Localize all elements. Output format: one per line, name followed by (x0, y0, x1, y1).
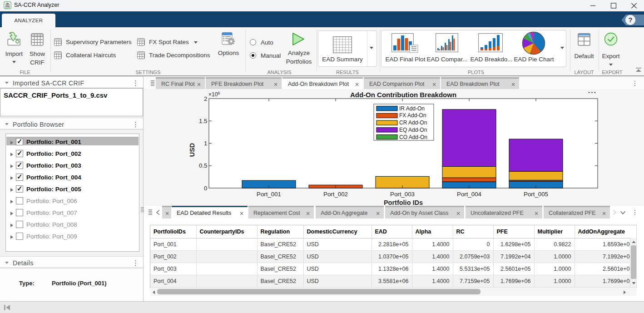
svg-text:CCR: CCR (5, 6, 10, 9)
svg-text:Port_003: Port_003 (390, 191, 415, 198)
svg-text:Portfolio IDs: Portfolio IDs (384, 199, 423, 206)
svg-text:CO Add-On: CO Add-On (399, 134, 427, 140)
svg-text:Port_004: Port_004 (457, 191, 481, 198)
svg-text:×106: ×106 (208, 91, 220, 98)
svg-text:0: 0 (204, 185, 207, 192)
svg-text:?: ? (628, 16, 632, 24)
svg-text:IR Add-On: IR Add-On (399, 105, 425, 112)
svg-text:CR Add-On: CR Add-On (399, 119, 427, 126)
svg-text:1: 1 (204, 140, 207, 147)
svg-text:Add-On Contribution Breakdown: Add-On Contribution Breakdown (350, 91, 456, 99)
svg-text:Port_001: Port_001 (257, 191, 281, 198)
svg-text:EQ Add-On: EQ Add-On (399, 127, 427, 133)
svg-text:2: 2 (204, 95, 207, 102)
svg-text:1.5: 1.5 (199, 118, 208, 124)
svg-text:0.5: 0.5 (199, 162, 208, 169)
svg-text:Port_002: Port_002 (323, 191, 348, 198)
svg-text:USD: USD (188, 143, 196, 157)
svg-text:FX Add-On: FX Add-On (399, 112, 426, 119)
svg-text:Port_005: Port_005 (524, 191, 548, 198)
